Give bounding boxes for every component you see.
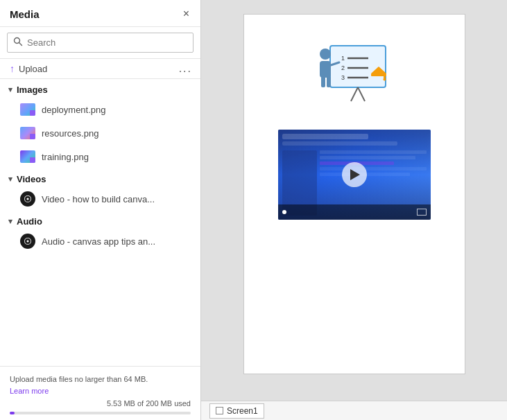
footer-usage: 5.53 MB of 200 MB used [10, 399, 191, 408]
list-item[interactable]: deployment.png [0, 98, 200, 121]
video-file-icon [19, 191, 36, 207]
upload-icon: ↑ [10, 63, 15, 74]
media-list: ▾ Images deployment.png resources.png [0, 79, 200, 366]
search-input[interactable] [27, 37, 187, 48]
training-image: 1 2 3 [292, 28, 417, 119]
svg-point-4 [27, 198, 29, 200]
svg-text:2: 2 [341, 64, 345, 71]
audio-file-icon [19, 233, 36, 250]
video-controls-bar [278, 204, 431, 220]
progress-dot [282, 210, 286, 214]
images-chevron-icon: ▾ [8, 85, 12, 94]
footer-note-text: Upload media files no larger than 64 MB. [10, 375, 148, 383]
list-item[interactable]: resources.png [0, 121, 200, 145]
item-label: deployment.png [42, 105, 106, 115]
images-section-label: Images [17, 85, 48, 95]
search-icon [13, 37, 23, 49]
image-file-icon [19, 125, 36, 141]
item-label: training.png [42, 152, 89, 162]
list-item[interactable]: training.png [0, 145, 200, 168]
sidebar-title: Media [10, 8, 40, 20]
video-thumbnail [278, 130, 431, 220]
main-layout: Media × ↑ Upload ... [0, 0, 507, 420]
item-label: resources.png [42, 128, 98, 139]
svg-point-15 [320, 49, 331, 60]
usage-bar-fill [10, 412, 15, 414]
svg-rect-8 [330, 46, 386, 87]
canvas-frame: 1 2 3 [243, 14, 465, 374]
footer-note: Upload media files no larger than 64 MB.… [10, 374, 191, 396]
search-box [7, 33, 194, 53]
upload-label: Upload [19, 64, 47, 74]
close-button[interactable]: × [180, 7, 192, 21]
svg-text:3: 3 [341, 74, 345, 81]
image-file-icon [19, 148, 36, 165]
audio-chevron-icon: ▾ [8, 217, 12, 226]
video-play-button[interactable] [342, 162, 367, 187]
media-sidebar: Media × ↑ Upload ... [0, 0, 201, 420]
list-item[interactable]: Audio - canvas app tips an... [0, 229, 200, 253]
svg-line-25 [358, 87, 365, 101]
image-file-icon [19, 101, 36, 118]
more-options-button[interactable]: ... [179, 63, 192, 74]
upload-button[interactable]: ↑ Upload [10, 63, 47, 74]
svg-text:1: 1 [341, 55, 345, 62]
audio-section-label: Audio [17, 216, 42, 227]
canvas-area: 1 2 3 [201, 0, 507, 401]
usage-bar [10, 412, 191, 414]
upload-row: ↑ Upload ... [0, 59, 200, 79]
screen1-tab-label: Screen1 [227, 406, 258, 416]
videos-chevron-icon: ▾ [8, 175, 12, 184]
learn-more-link[interactable]: Learn more [10, 387, 49, 395]
audio-section-header[interactable]: ▾ Audio [0, 211, 200, 229]
svg-point-23 [383, 78, 386, 81]
videos-section-label: Videos [17, 174, 46, 184]
sidebar-footer: Upload media files no larger than 64 MB.… [0, 366, 200, 420]
sidebar-header: Media × [0, 0, 200, 27]
images-section-header[interactable]: ▾ Images [0, 79, 200, 98]
fullscreen-icon [417, 209, 427, 216]
svg-rect-19 [327, 76, 331, 87]
videos-section-header[interactable]: ▾ Videos [0, 168, 200, 187]
screen-checkbox[interactable] [216, 407, 223, 414]
item-label: Video - how to build canva... [42, 194, 155, 204]
screen1-tab[interactable]: Screen1 [209, 403, 264, 419]
svg-rect-18 [321, 76, 325, 87]
svg-line-24 [351, 87, 358, 101]
bottom-tab-bar: Screen1 [201, 401, 507, 420]
list-item[interactable]: Video - how to build canva... [0, 187, 200, 211]
svg-rect-16 [320, 61, 331, 78]
item-label: Audio - canvas app tips an... [42, 236, 155, 247]
svg-point-7 [27, 240, 29, 243]
svg-line-1 [19, 43, 22, 46]
search-row [0, 27, 200, 59]
play-icon [350, 169, 360, 180]
